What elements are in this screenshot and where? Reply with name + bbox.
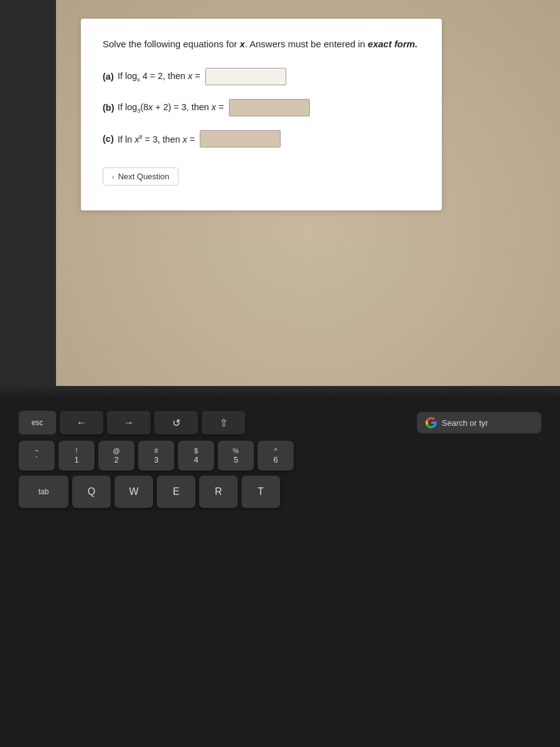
fn-row: esc ← → ↺ ⇧ Search or <box>19 411 541 435</box>
answer-input-b[interactable] <box>229 99 310 116</box>
key-5-bot: 5 <box>233 455 238 464</box>
key-caret-top: ^ <box>274 447 277 454</box>
key-4[interactable]: $ 4 <box>178 441 214 471</box>
key-percent-top: % <box>233 447 239 454</box>
key-tilde-top: ~ <box>35 447 39 454</box>
key-e[interactable]: E <box>157 476 195 508</box>
problem-label-b: (b) <box>103 103 115 113</box>
key-6[interactable]: ^ 6 <box>258 441 294 471</box>
problem-label-a: (a) <box>103 72 115 82</box>
back-arrow-key[interactable]: ← <box>60 411 103 435</box>
chevron-right-icon: › <box>112 173 114 181</box>
key-q[interactable]: Q <box>72 476 111 508</box>
number-row: ~ ` ! 1 @ 2 # 3 $ 4 % 5 ^ 6 <box>19 441 541 471</box>
answer-input-a[interactable] <box>205 68 286 85</box>
problem-text-a: If logx 4 = 2, then x = <box>118 71 200 83</box>
problem-text-c: If ln x8 = 3, then x = <box>118 134 195 144</box>
key-1[interactable]: ! 1 <box>58 441 95 471</box>
refresh-icon: ↺ <box>172 417 180 429</box>
key-tilde[interactable]: ~ ` <box>19 441 55 471</box>
tab-label: tab <box>39 487 49 496</box>
key-t[interactable]: T <box>241 476 280 508</box>
problem-row-c: (c) If ln x8 = 3, then x = <box>103 130 420 148</box>
problem-row-a: (a) If logx 4 = 2, then x = <box>103 68 420 85</box>
next-question-label: Next Question <box>118 172 169 181</box>
problem-box: Solve the following equations for x. Ans… <box>81 19 442 210</box>
esc-label: esc <box>32 418 44 427</box>
key-exclaim-top: ! <box>75 447 77 454</box>
key-3-bot: 3 <box>154 455 158 464</box>
next-question-button[interactable]: › Next Question <box>103 167 179 186</box>
fullscreen-icon: ⇧ <box>220 417 228 429</box>
key-2-bot: 2 <box>114 455 118 464</box>
key-e-label: E <box>173 486 180 497</box>
screen-content: Solve the following equations for x. Ans… <box>56 0 560 386</box>
google-icon <box>426 417 437 428</box>
forward-arrow-icon: → <box>124 417 134 428</box>
back-arrow-icon: ← <box>77 417 86 428</box>
key-q-label: Q <box>88 486 95 497</box>
key-2[interactable]: @ 2 <box>98 441 134 471</box>
keyboard-area: esc ← → ↺ ⇧ Search or <box>0 398 560 747</box>
key-at-top: @ <box>113 447 119 454</box>
refresh-key[interactable]: ↺ <box>154 411 198 435</box>
problem-row-b: (b) If log3(8x + 2) = 3, then x = <box>103 99 420 116</box>
key-t-label: T <box>258 486 264 497</box>
screen-bezel-left <box>0 0 56 386</box>
tab-key[interactable]: tab <box>19 476 68 508</box>
fullscreen-key[interactable]: ⇧ <box>202 411 245 435</box>
key-r-label: R <box>215 486 222 497</box>
esc-key[interactable]: esc <box>19 411 56 435</box>
laptop-screen: Solve the following equations for x. Ans… <box>0 0 560 386</box>
problem-title: Solve the following equations for x. Ans… <box>103 37 420 50</box>
answer-input-c[interactable] <box>200 130 281 148</box>
key-5[interactable]: % 5 <box>218 441 254 471</box>
key-1-bot: 1 <box>74 455 78 464</box>
problem-label-c: (c) <box>103 134 115 144</box>
key-dollar-top: $ <box>194 447 198 454</box>
laptop-hinge <box>0 386 560 398</box>
qwerty-row: tab Q W E R T <box>19 476 541 508</box>
key-4-bot: 4 <box>194 455 198 464</box>
search-bar[interactable]: Search or tyr <box>417 412 541 433</box>
key-r[interactable]: R <box>199 476 238 508</box>
key-backtick-bot: ` <box>35 455 38 464</box>
search-text: Search or tyr <box>442 418 488 428</box>
problem-text-b: If log3(8x + 2) = 3, then x = <box>118 102 224 114</box>
key-w-label: W <box>129 486 138 497</box>
key-6-bot: 6 <box>273 455 278 464</box>
forward-arrow-key[interactable]: → <box>107 411 151 435</box>
key-3[interactable]: # 3 <box>138 441 174 471</box>
key-hash-top: # <box>154 447 158 454</box>
key-w[interactable]: W <box>114 476 153 508</box>
